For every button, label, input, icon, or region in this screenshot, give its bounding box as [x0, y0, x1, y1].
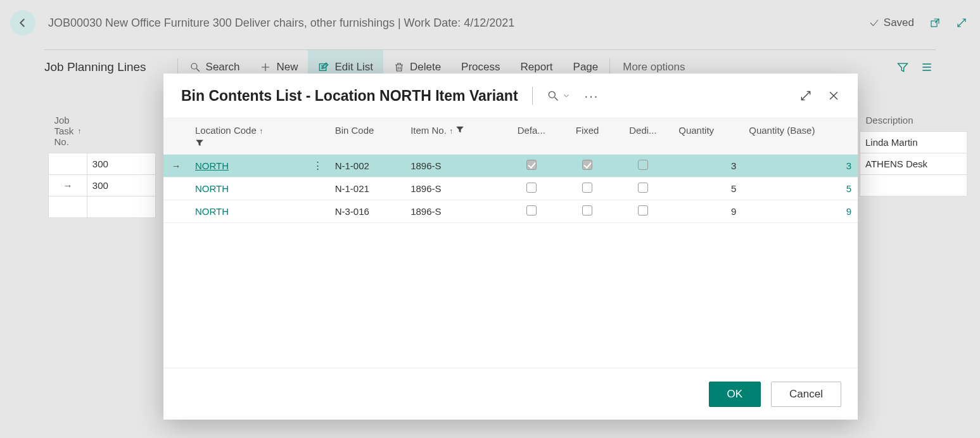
svg-point-1	[191, 63, 197, 69]
page-label: Page	[573, 61, 599, 74]
search-icon	[189, 61, 201, 73]
col-job-task-no[interactable]: Job Task No. ↑	[49, 109, 87, 153]
col-default[interactable]: Defa...	[502, 119, 561, 154]
table-row[interactable]: 300	[49, 153, 156, 175]
dialog-title: Bin Contents List - Location NORTH Item …	[181, 87, 518, 105]
col-location-code[interactable]: Location Code ↑	[189, 119, 307, 154]
filter-icon	[195, 138, 204, 147]
dialog-search[interactable]	[547, 89, 571, 102]
bin-contents-dialog: Bin Contents List - Location NORTH Item …	[163, 74, 858, 420]
search-label: Search	[206, 61, 240, 74]
default-checkbox[interactable]	[502, 154, 561, 177]
popout-icon[interactable]	[929, 17, 941, 29]
collapse-icon[interactable]	[956, 17, 967, 29]
row-menu-icon[interactable]	[307, 177, 329, 200]
row-menu-icon[interactable]	[307, 200, 329, 222]
edit-list-label: Edit List	[334, 61, 372, 74]
checkmark-icon	[869, 17, 880, 29]
default-checkbox[interactable]	[502, 200, 561, 222]
table-row[interactable]	[49, 196, 156, 218]
fixed-checkbox[interactable]	[561, 200, 614, 222]
page-title: JOB00030 New Office Furniture 300 Delive…	[48, 16, 869, 30]
row-arrow: →	[163, 154, 189, 177]
cancel-button[interactable]: Cancel	[771, 382, 841, 407]
trash-icon	[393, 61, 405, 73]
row-arrow	[163, 177, 189, 200]
table-row[interactable]: →300	[49, 175, 156, 196]
col-quantity[interactable]: Quantity	[672, 119, 742, 154]
row-menu-icon[interactable]: ⋮	[307, 154, 329, 177]
bin-code-cell: N-3-016	[329, 200, 405, 222]
item-no-cell: 1896-S	[404, 177, 502, 200]
dialog-separator	[532, 87, 533, 105]
header-actions: Saved	[869, 16, 967, 29]
filter-icon	[455, 125, 464, 134]
dialog-header: Bin Contents List - Location NORTH Item …	[163, 74, 858, 118]
arrow-left-icon	[17, 17, 29, 29]
dialog-body: Location Code ↑ Bin Code Item No. ↑ Defa…	[163, 118, 858, 368]
page-header: JOB00030 New Office Furniture 300 Delive…	[6, 8, 974, 38]
search-icon	[547, 89, 559, 102]
saved-label: Saved	[884, 16, 914, 29]
quantity-cell: 9	[672, 200, 742, 222]
fixed-checkbox[interactable]	[561, 177, 614, 200]
col-quantity-base[interactable]: Quantity (Base)	[742, 119, 858, 154]
table-row[interactable]: Linda Martin	[860, 132, 967, 153]
col-description[interactable]: Description	[860, 109, 967, 131]
col-item-no[interactable]: Item No. ↑	[404, 119, 502, 154]
item-no-cell: 1896-S	[404, 154, 502, 177]
bin-contents-table: Location Code ↑ Bin Code Item No. ↑ Defa…	[163, 119, 858, 223]
expand-icon[interactable]	[799, 89, 812, 102]
list-settings-icon[interactable]	[920, 61, 933, 74]
dialog-more-icon[interactable]: ···	[585, 89, 599, 103]
quantity-base-link[interactable]: 5	[742, 177, 858, 200]
dedicated-checkbox[interactable]	[614, 200, 673, 222]
more-options-label: More options	[623, 61, 685, 74]
fixed-checkbox[interactable]	[561, 154, 614, 177]
location-link[interactable]: NORTH	[195, 206, 229, 217]
table-row[interactable]: NORTHN-1-0211896-S55	[163, 177, 858, 200]
table-row[interactable]: →NORTH⋮N-1-0021896-S33	[163, 154, 858, 177]
location-link[interactable]: NORTH	[195, 160, 229, 171]
quantity-base-link[interactable]: 9	[742, 200, 858, 222]
section-title: Job Planning Lines	[44, 60, 170, 74]
col-bin-code[interactable]: Bin Code	[329, 119, 405, 154]
default-checkbox[interactable]	[502, 177, 561, 200]
item-no-cell: 1896-S	[404, 200, 502, 222]
close-icon[interactable]	[827, 89, 840, 102]
dedicated-checkbox[interactable]	[614, 154, 673, 177]
table-row[interactable]	[860, 175, 967, 196]
dedicated-checkbox[interactable]	[614, 177, 673, 200]
saved-indicator: Saved	[869, 16, 914, 29]
ok-button[interactable]: OK	[709, 382, 761, 407]
dialog-footer: OK Cancel	[163, 368, 858, 420]
delete-label: Delete	[410, 61, 441, 74]
process-label: Process	[461, 61, 500, 74]
filter-icon[interactable]	[896, 61, 909, 74]
edit-list-icon	[318, 61, 329, 73]
table-row[interactable]: NORTHN-3-0161896-S99	[163, 200, 858, 222]
toolbar-right	[896, 61, 936, 74]
quantity-cell: 5	[672, 177, 742, 200]
report-label: Report	[521, 61, 553, 74]
quantity-cell: 3	[672, 154, 742, 177]
quantity-base-link[interactable]: 3	[742, 154, 858, 177]
new-label: New	[276, 61, 298, 74]
back-button[interactable]	[10, 10, 35, 35]
svg-point-3	[549, 91, 555, 98]
bin-code-cell: N-1-002	[329, 154, 405, 177]
row-arrow	[163, 200, 189, 222]
chevron-down-icon	[562, 91, 571, 100]
col-fixed[interactable]: Fixed	[561, 119, 614, 154]
location-link[interactable]: NORTH	[195, 183, 229, 194]
col-dedicated[interactable]: Dedi...	[614, 119, 673, 154]
bin-code-cell: N-1-021	[329, 177, 405, 200]
table-row[interactable]: ATHENS Desk	[860, 153, 967, 175]
plus-icon	[260, 61, 271, 73]
